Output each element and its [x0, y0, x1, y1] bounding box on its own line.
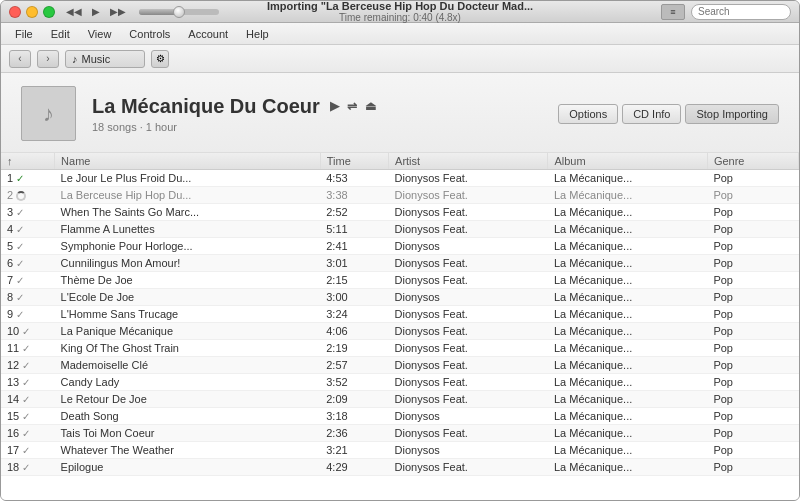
track-genre: Pop — [707, 459, 798, 476]
track-artist: Dionysos Feat. — [389, 391, 548, 408]
track-genre: Pop — [707, 340, 798, 357]
check-icon: ✓ — [22, 326, 30, 337]
menu-account[interactable]: Account — [180, 26, 236, 42]
track-num: 14 ✓ — [1, 391, 55, 408]
table-row[interactable]: 3 ✓ When The Saints Go Marc... 2:52 Dion… — [1, 204, 799, 221]
track-num: 7 ✓ — [1, 272, 55, 289]
menu-edit[interactable]: Edit — [43, 26, 78, 42]
track-name: Symphonie Pour Horloge... — [55, 238, 321, 255]
track-genre: Pop — [707, 425, 798, 442]
album-title-text: La Mécanique Du Coeur — [92, 95, 320, 118]
list-view-button[interactable]: ≡ — [661, 4, 685, 20]
menu-help[interactable]: Help — [238, 26, 277, 42]
table-row[interactable]: 13 ✓ Candy Lady 3:52 Dionysos Feat. La M… — [1, 374, 799, 391]
track-album: La Mécanique... — [548, 425, 707, 442]
titlebar-center: Importing "La Berceuse Hip Hop Du Docteu… — [267, 0, 533, 23]
window-subtitle: Time remaining: 0:40 (4.8x) — [267, 12, 533, 23]
table-row[interactable]: 11 ✓ King Of The Ghost Train 2:19 Dionys… — [1, 340, 799, 357]
maximize-button[interactable] — [43, 6, 55, 18]
check-icon: ✓ — [22, 462, 30, 473]
table-row[interactable]: 8 ✓ L'Ecole De Joe 3:00 Dionysos La Méca… — [1, 289, 799, 306]
track-name: Epilogue — [55, 459, 321, 476]
track-name: Mademoiselle Clé — [55, 357, 321, 374]
menu-view[interactable]: View — [80, 26, 120, 42]
shuffle-button[interactable]: ⇌ — [345, 99, 359, 113]
table-row[interactable]: 7 ✓ Thème De Joe 2:15 Dionysos Feat. La … — [1, 272, 799, 289]
table-row[interactable]: 18 ✓ Epilogue 4:29 Dionysos Feat. La Méc… — [1, 459, 799, 476]
options-button[interactable]: Options — [558, 104, 618, 124]
track-num: 9 ✓ — [1, 306, 55, 323]
minimize-button[interactable] — [26, 6, 38, 18]
menu-file[interactable]: File — [7, 26, 41, 42]
play-button[interactable]: ▶ — [89, 5, 103, 18]
table-row[interactable]: 6 ✓ Cunnilingus Mon Amour! 3:01 Dionysos… — [1, 255, 799, 272]
itunes-window: ◀◀ ▶ ▶▶ Importing "La Berceuse Hip Hop D… — [0, 0, 800, 501]
track-artist: Dionysos — [389, 289, 548, 306]
table-row[interactable]: 5 ✓ Symphonie Pour Horloge... 2:41 Diony… — [1, 238, 799, 255]
col-header-time[interactable]: Time — [320, 153, 388, 170]
track-time: 3:24 — [320, 306, 388, 323]
titlebar: ◀◀ ▶ ▶▶ Importing "La Berceuse Hip Hop D… — [1, 1, 799, 23]
cd-info-button[interactable]: CD Info — [622, 104, 681, 124]
track-genre: Pop — [707, 289, 798, 306]
track-num: 11 ✓ — [1, 340, 55, 357]
track-name: When The Saints Go Marc... — [55, 204, 321, 221]
forward-button[interactable]: ▶▶ — [107, 5, 129, 18]
track-genre: Pop — [707, 238, 798, 255]
col-header-name[interactable]: Name — [55, 153, 321, 170]
table-row[interactable]: 4 ✓ Flamme A Lunettes 5:11 Dionysos Feat… — [1, 221, 799, 238]
table-header-row: ↑ Name Time Artist Album Genre — [1, 153, 799, 170]
track-table-wrapper[interactable]: ↑ Name Time Artist Album Genre 1 ✓ Le Jo… — [1, 153, 799, 500]
play-album-button[interactable]: ▶ — [328, 99, 341, 113]
track-time: 3:01 — [320, 255, 388, 272]
track-name: Death Song — [55, 408, 321, 425]
titlebar-right: ≡ — [661, 4, 791, 20]
menu-controls[interactable]: Controls — [121, 26, 178, 42]
col-header-genre[interactable]: Genre — [707, 153, 798, 170]
music-icon: ♪ — [72, 53, 78, 65]
settings-button[interactable]: ⚙ — [151, 50, 169, 68]
check-done-icon: ✓ — [16, 173, 24, 184]
track-artist: Dionysos Feat. — [389, 323, 548, 340]
album-meta: 18 songs · 1 hour — [92, 121, 542, 133]
track-album: La Mécanique... — [548, 204, 707, 221]
col-header-album[interactable]: Album — [548, 153, 707, 170]
stop-importing-button[interactable]: Stop Importing — [685, 104, 779, 124]
track-artist: Dionysos — [389, 442, 548, 459]
track-num: 12 ✓ — [1, 357, 55, 374]
track-num: 3 ✓ — [1, 204, 55, 221]
track-name: L'Homme Sans Trucage — [55, 306, 321, 323]
rewind-button[interactable]: ◀◀ — [63, 5, 85, 18]
table-row[interactable]: 1 ✓ Le Jour Le Plus Froid Du... 4:53 Dio… — [1, 170, 799, 187]
table-row[interactable]: 14 ✓ Le Retour De Joe 2:09 Dionysos Feat… — [1, 391, 799, 408]
track-time: 3:18 — [320, 408, 388, 425]
col-header-num[interactable]: ↑ — [1, 153, 55, 170]
table-row[interactable]: 17 ✓ Whatever The Weather 3:21 Dionysos … — [1, 442, 799, 459]
track-name: La Berceuse Hip Hop Du... — [55, 187, 321, 204]
track-name: King Of The Ghost Train — [55, 340, 321, 357]
track-genre: Pop — [707, 170, 798, 187]
progress-bar[interactable] — [139, 9, 219, 15]
table-row[interactable]: 12 ✓ Mademoiselle Clé 2:57 Dionysos Feat… — [1, 357, 799, 374]
track-name: Le Retour De Joe — [55, 391, 321, 408]
track-genre: Pop — [707, 204, 798, 221]
track-num: 8 ✓ — [1, 289, 55, 306]
track-album: La Mécanique... — [548, 340, 707, 357]
forward-button-nav[interactable]: › — [37, 50, 59, 68]
check-icon: ✓ — [16, 258, 24, 269]
table-row[interactable]: 10 ✓ La Panique Mécanique 4:06 Dionysos … — [1, 323, 799, 340]
track-num: 17 ✓ — [1, 442, 55, 459]
track-artist: Dionysos Feat. — [389, 255, 548, 272]
close-button[interactable] — [9, 6, 21, 18]
check-icon: ✓ — [22, 394, 30, 405]
search-input[interactable] — [691, 4, 791, 20]
eject-button[interactable]: ⏏ — [363, 99, 378, 113]
breadcrumb: ♪ Music — [65, 50, 145, 68]
table-row[interactable]: 9 ✓ L'Homme Sans Trucage 3:24 Dionysos F… — [1, 306, 799, 323]
back-button[interactable]: ‹ — [9, 50, 31, 68]
progress-thumb[interactable] — [173, 6, 185, 18]
table-row[interactable]: 2 La Berceuse Hip Hop Du... 3:38 Dionyso… — [1, 187, 799, 204]
table-row[interactable]: 16 ✓ Tais Toi Mon Coeur 2:36 Dionysos Fe… — [1, 425, 799, 442]
col-header-artist[interactable]: Artist — [389, 153, 548, 170]
table-row[interactable]: 15 ✓ Death Song 3:18 Dionysos La Mécaniq… — [1, 408, 799, 425]
